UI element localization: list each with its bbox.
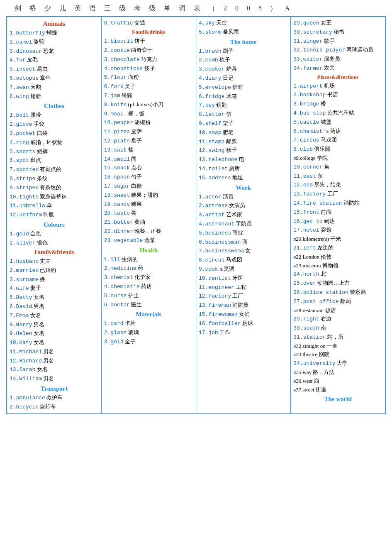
page-title: 剑 桥 少 儿 英 语 三 级 考 级 单 词 表 （ 2 0 0 8 ） A (6, 4, 386, 13)
food-title: Food&drinks (104, 28, 193, 37)
transport-title: Transport (10, 384, 99, 394)
health-title: Health (104, 245, 193, 255)
col1: Animals 1.butterfly 蝴蝶 2.camel 骆驼 3.dino… (7, 17, 101, 414)
animals-title: Animals (10, 19, 99, 29)
places-title: Places&directions (293, 73, 382, 82)
materials-title: Materials (104, 309, 193, 319)
col3: 4.sky 天空 5.storm 暴风雨 The home 1.brush 刷子… (196, 17, 291, 414)
family-title: Family&friends (10, 248, 99, 257)
thehome-title: The home (199, 37, 288, 47)
clothes-title: Clothes (10, 101, 99, 111)
theworld-title: The world (293, 394, 382, 404)
work-title: Work (199, 183, 288, 193)
col4: 29.queen 女王 30.secretary 秘书 31.singer 歌手… (291, 17, 385, 414)
word-table: Animals 1.butterfly 蝴蝶 2.camel 骆驼 3.dino… (6, 16, 386, 414)
colours-title: Colours (10, 220, 99, 230)
col2: 6.traffic 交通 Food&drinks 1.biscuit 饼干 2.… (101, 17, 196, 414)
